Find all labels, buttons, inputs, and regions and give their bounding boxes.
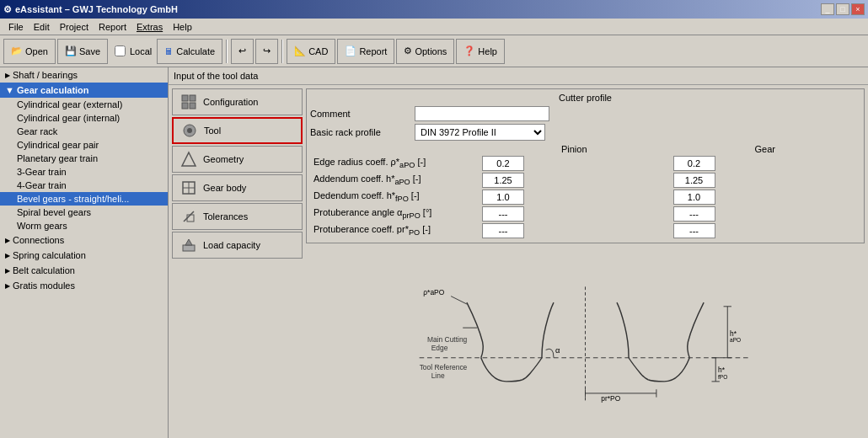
options-label: Options	[415, 46, 447, 56]
svg-text:Edge: Edge	[431, 344, 448, 352]
sidebar-item-bevel[interactable]: Bevel gears - straight/heli...	[0, 192, 168, 206]
pinion-input-4[interactable]: ---	[482, 223, 524, 238]
geometry-nav-button[interactable]: Geometry	[172, 146, 303, 173]
report-icon: 📄	[345, 45, 356, 56]
row-label-1: Addendum coeff. h*aPO [-]	[310, 172, 479, 189]
svg-rect-1	[190, 95, 196, 101]
gratis-arrow-icon: ▶	[5, 282, 10, 290]
geometry-label: Geometry	[203, 154, 244, 164]
gear-input-1[interactable]: 1.25	[673, 173, 715, 188]
comment-input[interactable]	[415, 106, 549, 121]
save-button[interactable]: 💾 Save	[57, 39, 108, 64]
sidebar-item-4gear[interactable]: 4-Gear train	[0, 179, 168, 192]
diagram-area: α h* fPO h* aPO	[306, 248, 865, 435]
tolerances-label: Tolerances	[203, 211, 248, 222]
col-header-gear: Gear	[670, 143, 861, 155]
sidebar-section-belt[interactable]: ▶ Belt calculation	[0, 263, 168, 278]
report-button[interactable]: 📄 Report	[337, 39, 394, 64]
close-button[interactable]: ×	[851, 3, 865, 15]
table-row: Protuberance coeff. pr*PO [-] --- ---	[310, 222, 860, 239]
pinion-input-0[interactable]: 0.2	[482, 156, 524, 171]
content-area: Input of the tool data Configuration	[169, 67, 868, 438]
redo-icon: ↪	[263, 45, 271, 56]
left-nav: Configuration Tool	[172, 88, 303, 435]
pinion-input-2[interactable]: 1.0	[482, 190, 524, 205]
sidebar-item-gear-rack[interactable]: Gear rack	[0, 125, 168, 138]
svg-text:h*: h*	[730, 328, 737, 337]
gear-input-4[interactable]: ---	[673, 223, 715, 238]
col-header-label	[310, 143, 479, 155]
minimize-button[interactable]: _	[821, 3, 834, 15]
menu-bar: File Edit Project Report Extras Help	[0, 19, 868, 35]
title-bar-controls[interactable]: _ □ ×	[821, 3, 865, 15]
belt-arrow-icon: ▶	[5, 267, 10, 275]
sidebar-section-gear-calc[interactable]: ▼ Gear calculation	[0, 83, 168, 98]
sidebar-section-spring[interactable]: ▶ Spring calculation	[0, 248, 168, 263]
open-icon: 📂	[11, 45, 23, 56]
menu-edit[interactable]: Edit	[29, 20, 55, 34]
open-button[interactable]: 📂 Open	[3, 39, 56, 64]
table-row: Addendum coeff. h*aPO [-] 1.25 1.25	[310, 172, 860, 189]
row-label-0: Edge radius coeff. ρ*aPO [-]	[310, 155, 479, 172]
sidebar-section-shaft[interactable]: ▶ Shaft / bearings	[0, 67, 168, 83]
svg-rect-2	[182, 103, 188, 109]
sidebar-item-worm[interactable]: Worm gears	[0, 219, 168, 232]
app-icon: ⚙	[3, 4, 12, 15]
svg-text:α: α	[555, 346, 560, 355]
load-capacity-label: Load capacity	[203, 240, 260, 250]
geometry-icon	[179, 150, 198, 168]
config-nav-button[interactable]: Configuration	[172, 88, 303, 115]
sidebar-section-connections[interactable]: ▶ Connections	[0, 232, 168, 248]
svg-text:Line: Line	[431, 371, 445, 380]
menu-file[interactable]: File	[3, 20, 29, 34]
sidebar-item-cyl-int[interactable]: Cylindrical gear (internal)	[0, 111, 168, 125]
redo-button[interactable]: ↪	[255, 39, 278, 64]
sidebar-item-spiral[interactable]: Spiral bevel gears	[0, 206, 168, 219]
sidebar-item-3gear[interactable]: 3-Gear train	[0, 165, 168, 179]
menu-extras[interactable]: Extras	[131, 20, 168, 34]
menu-project[interactable]: Project	[55, 20, 94, 34]
toolbar-separator-2	[281, 40, 283, 63]
sidebar-item-planetary[interactable]: Planetary gear train	[0, 152, 168, 165]
gear-calc-arrow-icon: ▼	[5, 85, 17, 95]
svg-rect-11	[187, 215, 194, 222]
sidebar-item-cyl-pair[interactable]: Cylindrical gear pair	[0, 138, 168, 152]
col-header-pinion: Pinion	[479, 143, 670, 155]
pinion-input-1[interactable]: 1.25	[482, 173, 524, 188]
menu-report[interactable]: Report	[94, 20, 131, 34]
toolbar: 📂 Open 💾 Save Local 🖩 Calculate ↩ ↪ 📐 CA…	[0, 35, 868, 67]
gear-body-label: Gear body	[203, 183, 246, 193]
tool-icon	[180, 121, 199, 140]
load-capacity-nav-button[interactable]: Load capacity	[172, 232, 303, 259]
tolerances-nav-button[interactable]: Tolerances	[172, 203, 303, 230]
gear-calc-label: Gear calculation	[17, 85, 89, 95]
sidebar-item-cyl-ext[interactable]: Cylindrical gear (external)	[0, 98, 168, 111]
comment-label: Comment	[310, 109, 411, 119]
options-button[interactable]: ⚙ Options	[396, 39, 454, 64]
maximize-button[interactable]: □	[836, 3, 849, 15]
calculate-label: Calculate	[176, 46, 215, 56]
gear-input-2[interactable]: 1.0	[673, 190, 715, 205]
gear-input-3[interactable]: ---	[673, 206, 715, 222]
local-checkbox[interactable]	[115, 45, 126, 56]
menu-help[interactable]: Help	[168, 20, 197, 34]
gear-body-nav-button[interactable]: Gear body	[172, 174, 303, 201]
help-button[interactable]: ❓ Help	[456, 39, 505, 64]
pinion-input-3[interactable]: ---	[482, 206, 524, 222]
cad-label: CAD	[308, 46, 328, 56]
svg-text:Tool Reference: Tool Reference	[420, 362, 468, 371]
cad-button[interactable]: 📐 CAD	[287, 39, 335, 64]
calculate-button[interactable]: 🖩 Calculate	[157, 39, 222, 64]
options-icon: ⚙	[404, 45, 412, 56]
help-icon: ❓	[463, 45, 475, 56]
tool-nav-button[interactable]: Tool	[172, 117, 303, 144]
undo-icon: ↩	[238, 45, 246, 56]
cutter-profile-title: Cutter profile	[310, 93, 860, 103]
sidebar-section-gratis[interactable]: ▶ Gratis modules	[0, 278, 168, 293]
undo-button[interactable]: ↩	[231, 39, 254, 64]
row-label-2: Dedendum coeff. h*fPO [-]	[310, 189, 479, 206]
title-bar: ⚙ eAssistant – GWJ Technology GmbH _ □ ×	[0, 0, 868, 19]
load-capacity-icon	[179, 236, 198, 254]
basic-rack-select[interactable]: DIN 3972 Profile I DIN 3972 Profile II D…	[415, 124, 545, 141]
gear-input-0[interactable]: 0.2	[673, 156, 715, 171]
